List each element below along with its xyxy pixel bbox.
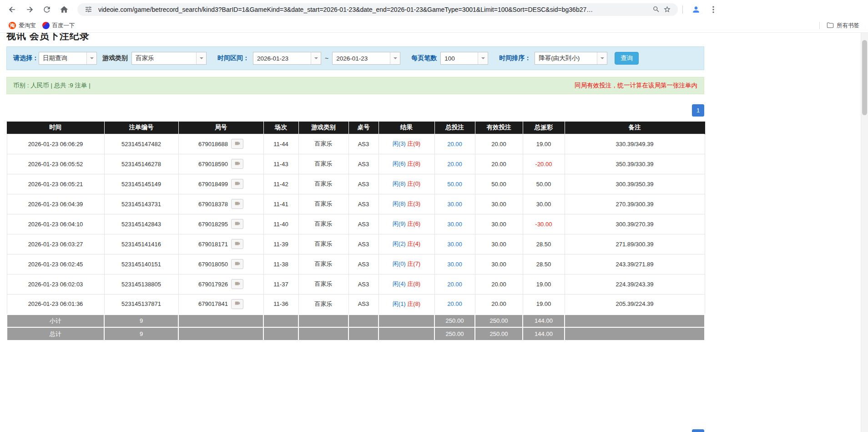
video-replay-button[interactable]	[231, 279, 243, 289]
footer-empty-cell	[565, 327, 705, 341]
bet-record-row: 2026-01-23 06:06:29523145147482679018688…	[7, 134, 705, 154]
bet-record-row: 2026-01-23 06:05:52523145146278679018590…	[7, 154, 705, 174]
video-replay-button[interactable]	[231, 259, 243, 269]
forward-button[interactable]	[22, 2, 37, 17]
page-scrollbar[interactable]	[861, 33, 868, 432]
address-bar[interactable]: videoie.com/game/betrecord_search/kind3?…	[77, 3, 678, 16]
filter-bar: 请选择： 日期查询 游戏类别 百家乐 时间区间： 2026-01-23 ~ 20…	[6, 46, 704, 70]
round-number: 679018590	[198, 161, 228, 168]
scrollbar-thumb[interactable]	[862, 40, 867, 115]
bet-table-body: 2026-01-23 06:06:29523145147482679018688…	[7, 134, 705, 314]
filter-game-type-label: 游戏类别	[102, 54, 128, 62]
subtotal-label: 小计	[7, 314, 104, 327]
cell-result: 闲(4) 庄(8)	[378, 274, 434, 294]
chevron-down-icon[interactable]	[311, 52, 321, 64]
cell-session: 11-42	[263, 174, 298, 194]
cell-payout: 28.50	[523, 234, 565, 254]
col-header-round: 局号	[178, 122, 263, 134]
profile-avatar[interactable]	[688, 2, 704, 17]
filter-select-label: 请选择：	[13, 54, 39, 62]
page-size-combobox[interactable]: 100	[440, 52, 488, 65]
cell-note: 270.39/300.39	[565, 194, 705, 214]
date-start-combobox[interactable]: 2026-01-23	[253, 52, 321, 65]
result-player: 闲(2)	[393, 240, 406, 247]
result-banker: 庄(4)	[407, 240, 420, 247]
video-replay-button[interactable]	[231, 139, 243, 149]
cell-time: 2026-01-23 06:02:03	[7, 274, 104, 294]
page-1-button-bottom[interactable]: 1	[692, 429, 704, 432]
game-type-combobox[interactable]: 百家乐	[131, 52, 207, 65]
url-text: videoie.com/game/betrecord_search/kind3?…	[98, 6, 646, 13]
video-replay-button[interactable]	[231, 179, 243, 189]
chevron-down-icon[interactable]	[86, 52, 96, 64]
refresh-button[interactable]	[39, 2, 55, 17]
videocam-icon	[234, 280, 241, 288]
home-button[interactable]	[56, 2, 72, 17]
chevron-down-icon[interactable]	[390, 52, 400, 64]
back-button[interactable]	[5, 2, 20, 17]
cell-round: 679018378	[178, 194, 263, 214]
total-label: 总计	[7, 327, 104, 341]
folder-icon	[827, 22, 834, 29]
menu-kebab-button[interactable]	[706, 2, 721, 17]
total-row: 总计 9 250.00 250.00 144.00	[7, 327, 705, 341]
site-settings-icon[interactable]	[83, 4, 94, 15]
col-header-game-type: 游戏类别	[298, 122, 348, 134]
summary-currency-text: 币别 : 人民币 | 总共 :9 注单 |	[13, 81, 91, 90]
cell-time: 2026-01-23 06:05:52	[7, 154, 104, 174]
result-banker: 庄(7)	[407, 260, 420, 267]
bookmark-label: 爱淘宝	[19, 22, 36, 30]
cell-time: 2026-01-23 06:04:10	[7, 214, 104, 234]
bookmark-baidu[interactable]: 百度一下	[39, 20, 78, 31]
result-player: 闲(3)	[393, 140, 406, 147]
sort-order-combobox[interactable]: 降幂(由大到小)	[535, 52, 607, 65]
footer-empty-cell	[378, 327, 434, 341]
search-button[interactable]: 查询	[615, 52, 639, 65]
date-end-combobox[interactable]: 2026-01-23	[332, 52, 400, 65]
query-type-combobox[interactable]: 日期查询	[39, 52, 97, 65]
chevron-down-icon[interactable]	[196, 52, 206, 64]
forward-icon	[25, 5, 34, 14]
cell-valid-bet: 30.00	[475, 234, 523, 254]
chevron-down-icon[interactable]	[597, 52, 607, 64]
cell-result: 闲(8) 庄(3)	[378, 194, 434, 214]
zoom-icon[interactable]	[651, 4, 661, 15]
round-number: 679018050	[198, 261, 228, 268]
all-bookmarks-button[interactable]: 所有书签	[823, 20, 863, 31]
cell-round: 679018688	[178, 134, 263, 154]
total-total-bet: 250.00	[434, 327, 475, 341]
result-player: 闲(6)	[393, 160, 406, 167]
result-player: 闲(4)	[393, 280, 406, 287]
pagination-top: 1	[6, 104, 704, 117]
subtotal-count: 9	[104, 314, 178, 327]
cell-note: 300.39/350.39	[565, 174, 705, 194]
page-content: 视讯 会员下注纪录 请选择： 日期查询 游戏类别 百家乐 时间区间： 2026-…	[0, 33, 868, 432]
cell-round: 679017926	[178, 274, 263, 294]
cell-result: 闲(8) 庄(0)	[378, 174, 434, 194]
video-replay-button[interactable]	[231, 299, 243, 309]
cell-table-no: AS3	[348, 134, 378, 154]
page-size-value: 100	[441, 55, 478, 62]
round-number: 679018378	[198, 201, 228, 208]
videocam-icon	[234, 240, 241, 248]
bookmark-star-icon[interactable]	[661, 4, 672, 15]
video-replay-button[interactable]	[231, 159, 243, 169]
page-1-button[interactable]: 1	[692, 104, 704, 117]
footer-empty-cell	[298, 327, 348, 341]
video-replay-button[interactable]	[231, 199, 243, 209]
col-header-note: 备注	[565, 122, 705, 134]
video-replay-button[interactable]	[231, 219, 243, 229]
cell-result: 闲(1) 庄(8)	[378, 294, 434, 314]
videocam-icon	[234, 200, 241, 208]
cell-total-bet: 20.00	[434, 274, 475, 294]
cell-table-no: AS3	[348, 214, 378, 234]
videocam-icon	[234, 180, 241, 188]
video-replay-button[interactable]	[231, 239, 243, 249]
chevron-down-icon[interactable]	[478, 52, 488, 64]
cell-bet-id: 523145140151	[104, 254, 178, 274]
cell-valid-bet: 20.00	[475, 154, 523, 174]
result-banker: 庄(0)	[407, 180, 420, 187]
cell-round: 679018295	[178, 214, 263, 234]
cell-session: 11-43	[263, 154, 298, 174]
bookmark-taobao[interactable]: 淘 爱淘宝	[5, 20, 39, 31]
